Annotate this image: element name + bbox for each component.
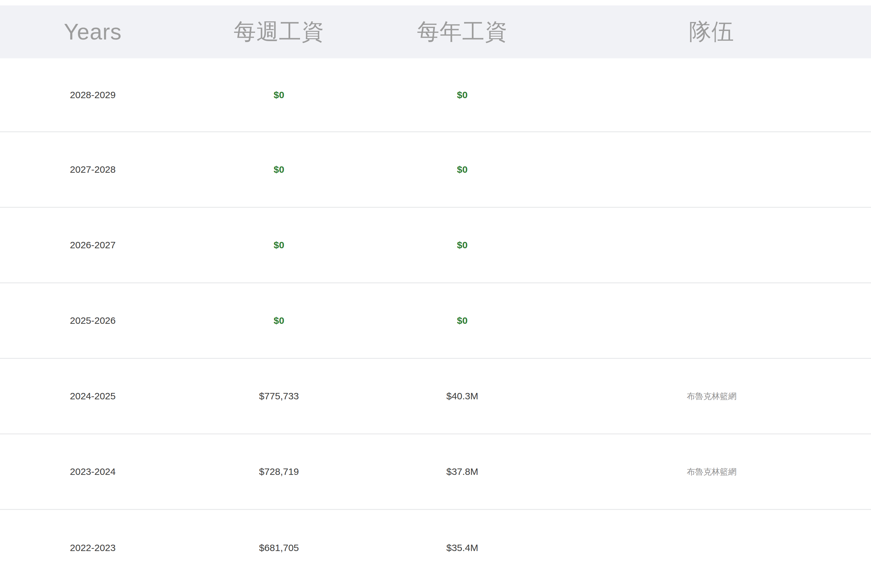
team-cell: 布魯克林籃網 — [552, 466, 871, 477]
yearly-wage-cell: $0 — [373, 240, 552, 250]
yearly-wage-cell: $0 — [373, 90, 552, 100]
yearly-wage-cell: $40.3M — [373, 391, 552, 402]
team-cell: 布魯克林籃網 — [552, 391, 871, 402]
year-cell: 2026-2027 — [0, 240, 186, 250]
salary-table-body[interactable]: 2028-2029 $0 $0 2027-2028 $0 $0 2026-202… — [0, 58, 871, 585]
weekly-wage-cell: $0 — [186, 315, 373, 326]
table-row: 2023-2024 $728,719 $37.8M 布魯克林籃網 — [0, 434, 871, 510]
year-cell: 2024-2025 — [0, 391, 186, 402]
yearly-wage-cell: $35.4M — [373, 542, 552, 553]
weekly-wage-cell: $775,733 — [186, 391, 373, 402]
header-cell-years: Years — [0, 19, 186, 45]
header-cell-weekly-wage: 每週工資 — [186, 17, 373, 47]
table-row: 2028-2029 $0 $0 — [0, 58, 871, 132]
weekly-wage-cell: $681,705 — [186, 542, 373, 553]
yearly-wage-cell: $0 — [373, 164, 552, 175]
weekly-wage-cell: $0 — [186, 90, 373, 100]
salary-table-header: Years 每週工資 每年工資 隊伍 — [0, 5, 871, 58]
year-cell: 2025-2026 — [0, 315, 186, 326]
weekly-wage-cell: $0 — [186, 240, 373, 250]
table-row: 2024-2025 $775,733 $40.3M 布魯克林籃網 — [0, 359, 871, 434]
year-cell: 2027-2028 — [0, 164, 186, 175]
year-cell: 2028-2029 — [0, 90, 186, 100]
yearly-wage-cell: $0 — [373, 315, 552, 326]
table-row: 2027-2028 $0 $0 — [0, 132, 871, 208]
player-salary-screen: Years 每週工資 每年工資 隊伍 2028-2029 $0 $0 2027-… — [0, 5, 871, 588]
table-row: 2026-2027 $0 $0 — [0, 208, 871, 283]
table-row: 2022-2023 $681,705 $35.4M — [0, 510, 871, 585]
year-cell: 2022-2023 — [0, 542, 186, 553]
year-cell: 2023-2024 — [0, 466, 186, 477]
weekly-wage-cell: $0 — [186, 164, 373, 175]
weekly-wage-cell: $728,719 — [186, 466, 373, 477]
yearly-wage-cell: $37.8M — [373, 466, 552, 477]
header-cell-team: 隊伍 — [552, 17, 871, 47]
header-cell-yearly-wage: 每年工資 — [373, 17, 552, 47]
table-row: 2025-2026 $0 $0 — [0, 283, 871, 359]
